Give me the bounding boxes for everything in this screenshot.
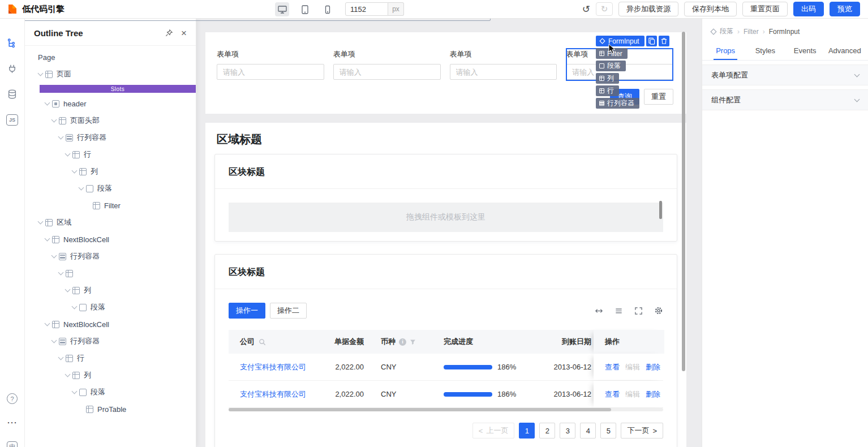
search-icon[interactable] [259,338,266,346]
redo-button[interactable]: ↻ [596,2,613,16]
save-local-button[interactable]: 保存到本地 [684,2,737,16]
form-reset-button[interactable]: 重置 [644,89,673,105]
form-item[interactable]: 表单项 [450,49,557,80]
form-input[interactable] [217,64,324,80]
tree-node[interactable]: 页面头部 [25,112,196,129]
tree-node[interactable]: 区域 [25,214,196,231]
chevron-down-icon[interactable] [50,119,58,122]
plugin-icon[interactable] [7,63,18,74]
tree-node[interactable]: 段落 [25,180,196,197]
next-page-button[interactable]: 下一页> [621,423,663,439]
tree-node[interactable]: 页面 [25,66,196,83]
undo-button[interactable]: ↺ [582,5,590,14]
page-button-4[interactable]: 4 [580,423,596,439]
async-load-button[interactable]: 异步加载资源 [618,2,678,16]
tree-node-protable[interactable]: ProTable [25,401,196,418]
chevron-down-icon[interactable] [70,306,79,308]
chevron-down-icon[interactable] [36,221,45,224]
help-icon[interactable]: ? [7,393,18,404]
path-item-paragraph[interactable]: 段落 [596,61,626,71]
js-panel-icon[interactable]: JS [6,114,18,126]
edit-link[interactable]: 编辑 [625,362,640,372]
tree-node-filter[interactable]: Filter [25,197,196,214]
action-two-button[interactable]: 操作二 [270,303,307,319]
tree-node[interactable]: 行 [25,350,196,367]
path-item-row[interactable]: 行 [596,85,619,96]
chevron-down-icon[interactable] [36,73,45,75]
view-link[interactable]: 查看 [605,362,620,372]
canvas-scrollbar[interactable] [682,32,685,371]
pin-icon[interactable] [165,29,173,37]
column-width-icon[interactable] [595,307,603,315]
close-icon[interactable]: × [181,28,187,38]
form-input[interactable] [333,64,441,80]
out-code-button[interactable]: 出码 [793,2,824,16]
form-item[interactable]: 表单项 [333,49,441,80]
chevron-down-icon[interactable] [43,238,51,240]
chevron-down-icon[interactable] [77,187,85,190]
action-one-button[interactable]: 操作一 [229,303,265,319]
tree-node[interactable]: 段落 [25,384,196,401]
tree-node[interactable]: 列 [25,367,196,384]
section-component-config[interactable]: 组件配置 [702,89,868,110]
fullscreen-icon[interactable] [634,307,643,315]
page-button-1[interactable]: 1 [519,423,535,439]
page-button-5[interactable]: 5 [600,423,616,439]
scrollbar-thumb[interactable] [229,408,611,411]
form-item[interactable]: 表单项 [217,49,324,80]
chevron-down-icon[interactable] [43,323,51,325]
breadcrumb-item[interactable]: 段落 [720,27,733,36]
chevron-down-icon[interactable] [63,374,72,376]
chevron-down-icon[interactable] [50,255,58,257]
company-link[interactable]: 支付宝科技有限公司 [240,362,306,372]
breadcrumb-item[interactable]: Filter [733,28,759,36]
tree-node[interactable] [25,265,196,282]
view-link[interactable]: 查看 [605,389,620,399]
settings-gear-icon[interactable] [654,306,663,315]
datasource-icon[interactable] [7,89,18,100]
scrollbar-thumb[interactable] [659,201,662,219]
tree-node[interactable]: 行列容器 [25,129,196,146]
chevron-down-icon[interactable] [70,170,79,173]
reset-page-button[interactable]: 重置页面 [742,2,788,16]
tree-node[interactable]: 段落 [25,299,196,316]
prev-page-button[interactable]: <上一页 [472,423,515,439]
preview-button[interactable]: 预览 [830,2,860,16]
delete-link[interactable]: 删除 [646,362,660,372]
more-icon[interactable]: ⋯ [7,416,18,429]
page-button-2[interactable]: 2 [539,423,555,439]
filter-funnel-icon[interactable] [410,339,416,345]
tree-node[interactable]: 列 [25,282,196,299]
tree-node[interactable]: 行列容器 [25,333,196,350]
company-link[interactable]: 支付宝科技有限公司 [240,389,306,399]
tree-node[interactable]: 列 [25,163,196,180]
chevron-down-icon[interactable] [57,272,65,274]
tree-node-nextblockcell[interactable]: NextBlockCell [25,231,196,248]
chevron-down-icon[interactable] [63,289,72,291]
design-canvas[interactable]: 表单项 表单项 表单项 表单项 [196,19,702,447]
tab-props[interactable]: Props [706,41,745,60]
chevron-down-icon[interactable] [43,102,51,105]
tab-styles[interactable]: Styles [745,41,785,60]
edit-link[interactable]: 编辑 [625,389,640,399]
breadcrumb-item-current[interactable]: FormInput [759,28,800,36]
tab-events[interactable]: Events [785,41,825,60]
delete-component-button[interactable] [659,36,669,46]
selected-component-tag[interactable]: FormInput [596,36,644,46]
drop-placeholder[interactable]: 拖拽组件或模板到这里 [229,203,663,232]
language-icon[interactable]: 中 [7,441,18,447]
density-icon[interactable] [615,307,623,315]
desktop-view-button[interactable] [275,2,289,16]
delete-link[interactable]: 删除 [646,389,660,399]
info-icon[interactable] [399,338,406,346]
tree-node-page[interactable]: Page [25,49,196,66]
tree-node-header[interactable]: header [25,95,196,112]
chevron-down-icon[interactable] [57,136,65,139]
section-form-item-config[interactable]: 表单项配置 [702,65,868,85]
copy-component-button[interactable] [646,36,657,46]
tablet-view-button[interactable] [298,2,312,16]
tree-node[interactable]: 行列容器 [25,248,196,265]
path-item-rowcol-container[interactable]: 行列容器 [596,98,639,109]
tree-node[interactable]: 行 [25,146,196,163]
path-item-column[interactable]: 列 [596,73,619,84]
